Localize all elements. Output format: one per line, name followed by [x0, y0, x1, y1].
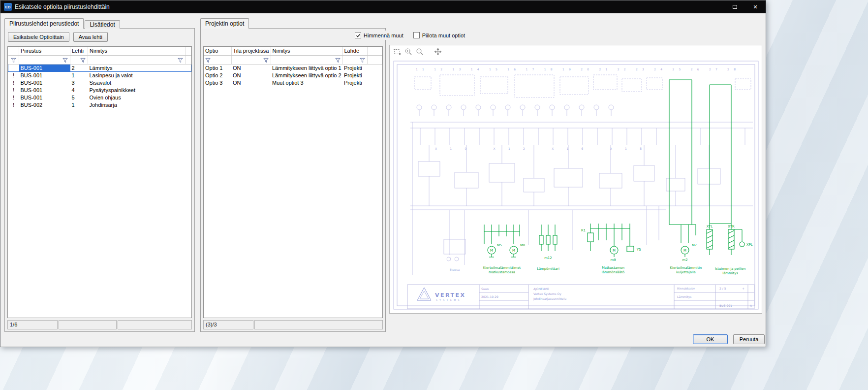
component-label: R1 — [581, 228, 586, 232]
maximize-icon — [733, 5, 737, 9]
table-row[interactable]: Optio 3 ON Muut optiot 3 Projekti — [204, 79, 382, 86]
titleblock-department: Johdinsarjasuunnittelu — [533, 297, 566, 301]
titleblock-project: AJONEUVO — [533, 287, 549, 291]
checkbox-label: Piilota muut optiot — [422, 32, 465, 38]
table-row[interactable]: ! BUS-001 3 Sisävalot — [8, 79, 191, 86]
table-row[interactable]: ! BUS-001 4 Pysäytyspainikkeet — [8, 86, 191, 94]
app-icon: ED — [4, 3, 12, 11]
connector-label: XTR — [728, 225, 735, 228]
col-mark — [8, 47, 19, 55]
close-button[interactable]: ✕ — [745, 0, 766, 13]
titleblock-sheet-number: 2 / 5 — [719, 287, 726, 290]
logo-text: VERTEX — [435, 292, 466, 298]
tab-projektin-optiot[interactable]: Projektin optiot — [200, 18, 249, 29]
checkbox-unchecked-icon — [413, 32, 420, 38]
sheet-ruler: 11 12 13 14 15 16 17 18 19 20 21 22 23 2… — [416, 67, 736, 71]
checkbox-checked-icon — [355, 32, 361, 38]
filter-icon[interactable] — [80, 58, 86, 63]
motor-symbol: M — [613, 249, 616, 253]
sheets-row-counter: 1/6 — [7, 320, 58, 329]
options-table: Optio Tila projektissa Nimitys Lähde — [203, 46, 383, 318]
group-label: lämmönsäätö — [602, 270, 624, 274]
options-statusbar: (3)/3 — [203, 320, 383, 329]
titleblock-company: Vertex Systems Oy — [533, 292, 561, 296]
drawing-preview-panel: 11 12 13 14 15 16 17 18 19 20 21 22 23 2… — [389, 45, 762, 314]
component-label: m9 — [611, 258, 616, 262]
col-nimitys[interactable]: Nimitys — [88, 47, 186, 55]
table-row[interactable]: ! BUS-001 1 Lasinpesu ja valot — [8, 71, 191, 79]
piilota-muut-optiot-checkbox[interactable]: Piilota muut optiot — [413, 32, 465, 38]
motor-symbol: M — [683, 249, 686, 253]
filter-icon[interactable] — [335, 58, 341, 63]
col-piirustus[interactable]: Piirustus — [19, 47, 70, 55]
sheets-table: Piirustus Lehti Nimitys — [7, 46, 192, 318]
titlebar[interactable]: ED Esikatsele optioita piirustuslehdittä… — [0, 0, 766, 13]
dimmed-section-label: Etuosa — [450, 268, 460, 271]
ok-button[interactable]: OK — [693, 334, 728, 344]
zoom-out-icon[interactable] — [415, 47, 424, 56]
filter-icon[interactable] — [178, 58, 183, 63]
connector-label: XTL — [707, 225, 713, 228]
sheets-panel: Esikatsele Optioittain Avaa lehti Piirus… — [4, 28, 195, 332]
esikatsele-optioittain-button[interactable]: Esikatsele Optioittain — [8, 32, 69, 42]
connector-labels: X10 X12 X16 X18 — [435, 147, 642, 150]
window-title: Esikatsele optioita piirustuslehdittäin — [15, 3, 110, 10]
group-label: kuljettajalla — [676, 270, 695, 274]
table-row[interactable]: Optio 2 ON Lämmitykseen liittyvä optio 2… — [204, 71, 382, 79]
component-label: Y5 — [636, 248, 641, 252]
col-lahde[interactable]: Lähde — [342, 47, 367, 55]
table-row[interactable]: ! BUS-002 1 Johdinsarja — [8, 101, 191, 108]
group-label: Kiertoilmalämmittimet — [483, 266, 521, 270]
component-label: M5 — [497, 243, 502, 247]
component-label: M8 — [520, 243, 525, 247]
left-tab-strip: Piirustuslehdet perustiedot Lisätiedot — [4, 18, 121, 29]
sheets-statusbar: 1/6 — [7, 320, 192, 329]
group-label: matkustamossa — [489, 270, 515, 274]
sheets-table-header: Piirustus Lehti Nimitys — [8, 47, 191, 55]
himmenna-muut-checkbox[interactable]: Himmennä muut — [355, 32, 403, 38]
desktop-wallpaper: ED Esikatsele optioita piirustuslehdittä… — [0, 0, 868, 390]
col-nimitys[interactable]: Nimitys — [271, 47, 342, 55]
schematic-preview: 11 12 13 14 15 16 17 18 19 20 21 22 23 2… — [391, 58, 761, 312]
titleblock-date: 2021-10-29 — [481, 295, 498, 298]
table-row[interactable]: Optio 1 ON Lämmitykseen liittyvä optio 1… — [204, 64, 382, 71]
group-label: Kiertoilmalämmitin — [670, 266, 702, 270]
tab-lisatiedot[interactable]: Lisätiedot — [85, 20, 120, 29]
filter-icon[interactable] — [263, 58, 269, 63]
checkbox-label: Himmennä muut — [364, 32, 403, 38]
group-label: Matkustamon — [602, 266, 624, 270]
filter-icon[interactable] — [360, 58, 365, 63]
options-table-header: Optio Tila projektissa Nimitys Lähde — [204, 47, 382, 55]
zoom-window-icon[interactable] — [393, 47, 402, 56]
group-label: lämmitys — [722, 271, 738, 275]
avaa-lehti-button[interactable]: Avaa lehti — [73, 32, 108, 42]
titleblock-sheet-title: Lämmitys — [677, 295, 691, 299]
motor-symbol: M — [512, 249, 515, 253]
titleblock-revision: A — [750, 304, 752, 307]
group-label: Lämpömittari — [537, 267, 559, 271]
col-lehti[interactable]: Lehti — [70, 47, 88, 55]
vertex-logo: VERTEX S Y S T E M S — [417, 288, 466, 301]
titleblock-fields: Suun 2021-10-29 AJONEUVO Vertex Systems … — [481, 287, 752, 307]
filter-icon[interactable] — [11, 58, 16, 63]
sheets-toolbar: Esikatsele Optioittain Avaa lehti — [8, 32, 108, 42]
dimmed-circuits — [410, 75, 753, 275]
close-icon: ✕ — [753, 4, 757, 10]
window-controls: ✕ — [724, 0, 766, 13]
filter-icon[interactable] — [62, 58, 68, 63]
zoom-in-icon[interactable] — [404, 47, 413, 56]
tab-piirustuslehdet-perustiedot[interactable]: Piirustuslehdet perustiedot — [4, 18, 84, 29]
cancel-button[interactable]: Peruuta — [733, 334, 765, 344]
filter-icon[interactable] — [205, 58, 211, 63]
table-row[interactable]: BUS-001 2 Lämmitys — [8, 64, 191, 71]
motor-symbol: M — [490, 249, 493, 253]
titleblock-drawing-number: BUS-001 — [719, 304, 732, 307]
col-optio[interactable]: Optio — [204, 47, 231, 55]
maximize-button[interactable] — [724, 0, 745, 13]
options-tab-strip: Projektin optiot — [200, 18, 250, 29]
preview-toolbar — [393, 47, 442, 56]
pan-icon[interactable] — [434, 47, 442, 56]
col-tila-projektissa[interactable]: Tila projektissa — [231, 47, 271, 55]
component-label: m2 — [682, 258, 688, 262]
table-row[interactable]: ! BUS-001 5 Ovien ohjaus — [8, 94, 191, 101]
